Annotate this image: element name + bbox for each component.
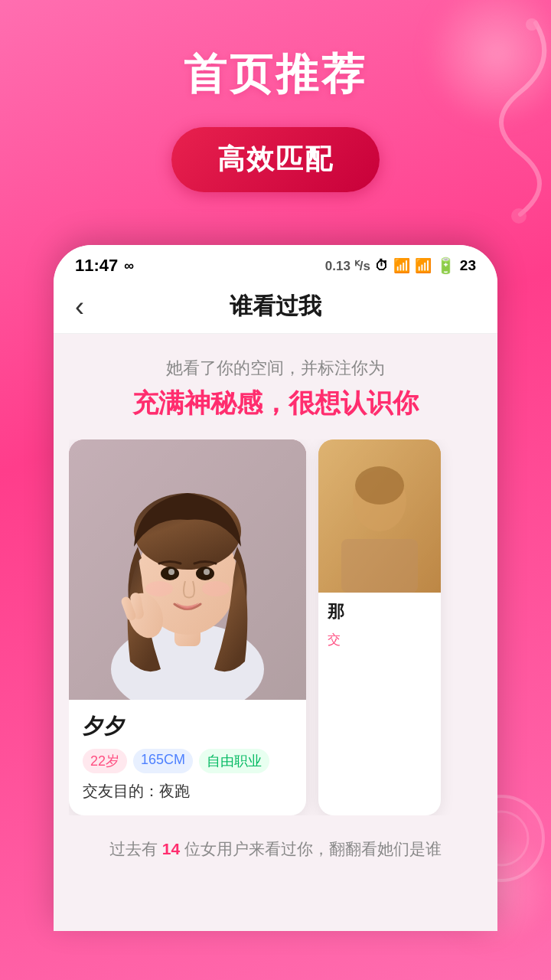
battery-level: 23 [460, 257, 476, 274]
profile-card-main[interactable]: 夕夕 22岁 165CM 自由职业 交友目的：夜跑 [69, 439, 306, 815]
svg-point-1 [511, 208, 527, 224]
tag-height: 165CM [133, 749, 193, 773]
top-section: 首页推荐 高效匹配 [0, 0, 551, 192]
battery-icon: 🔋 [436, 256, 455, 275]
navigation-bar: ‹ 谁看过我 [54, 283, 497, 334]
network-icon: ∞ [124, 258, 134, 274]
svg-rect-24 [341, 539, 418, 593]
card-row: 夕夕 22岁 165CM 自由职业 交友目的：夜跑 [69, 439, 482, 815]
highlight-text: 充满神秘感，很想认识你 [69, 386, 482, 421]
purpose-value: 夜跑 [159, 782, 190, 799]
tag-age: 22岁 [83, 749, 127, 773]
page-title: 首页推荐 [184, 46, 367, 104]
speed-display: 0.13 ᴷ/s [325, 258, 370, 274]
subtitle-text: 她看了你的空间，并标注你为 [69, 357, 482, 380]
profile-purpose: 交友目的：夜跑 [83, 781, 292, 802]
back-button[interactable]: ‹ [75, 291, 84, 323]
peek-name: 那 [318, 593, 441, 631]
svg-point-16 [202, 581, 230, 596]
clock-icon: ⏱ [375, 258, 389, 274]
signal-icon2: 📶 [415, 257, 432, 274]
svg-point-13 [168, 569, 174, 575]
profile-card-peek[interactable]: 那 交 [318, 439, 441, 815]
signal-icon: 📶 [393, 257, 410, 274]
content-area: 她看了你的空间，并标注你为 充满神秘感，很想认识你 [54, 334, 497, 931]
peek-sub: 交 [318, 631, 441, 656]
profile-photo-svg [69, 439, 306, 700]
profile-name: 夕夕 [83, 712, 292, 741]
status-bar: 11:47 ∞ 0.13 ᴷ/s ⏱ 📶 📶 🔋 23 [54, 245, 497, 283]
phone-screen: 11:47 ∞ 0.13 ᴷ/s ⏱ 📶 📶 🔋 23 ‹ 谁看过我 她看了你的… [54, 245, 497, 931]
status-bar-left: 11:47 ∞ [75, 256, 134, 276]
profile-photo [69, 439, 306, 700]
svg-point-23 [355, 466, 404, 505]
footer-prefix: 过去有 [109, 840, 162, 858]
tag-job: 自由职业 [199, 749, 269, 773]
footer-text: 过去有 14 位女用户来看过你，翻翻看她们是谁 [69, 837, 482, 861]
svg-point-15 [145, 581, 173, 596]
status-bar-right: 0.13 ᴷ/s ⏱ 📶 📶 🔋 23 [325, 256, 476, 275]
tags-row: 22岁 165CM 自由职业 [83, 749, 292, 773]
footer-count: 14 [162, 840, 180, 858]
footer-suffix: 位女用户来看过你，翻翻看她们是谁 [180, 840, 442, 858]
profile-info: 夕夕 22岁 165CM 自由职业 交友目的：夜跑 [69, 700, 306, 815]
nav-title: 谁看过我 [230, 291, 321, 322]
svg-point-14 [204, 569, 210, 575]
time-display: 11:47 [75, 256, 118, 276]
phone-mockup: 11:47 ∞ 0.13 ᴷ/s ⏱ 📶 📶 🔋 23 ‹ 谁看过我 她看了你的… [54, 245, 497, 931]
match-badge[interactable]: 高效匹配 [171, 127, 380, 192]
purpose-label: 交友目的： [83, 782, 159, 799]
peek-photo-svg [318, 439, 441, 593]
peek-photo [318, 439, 441, 593]
